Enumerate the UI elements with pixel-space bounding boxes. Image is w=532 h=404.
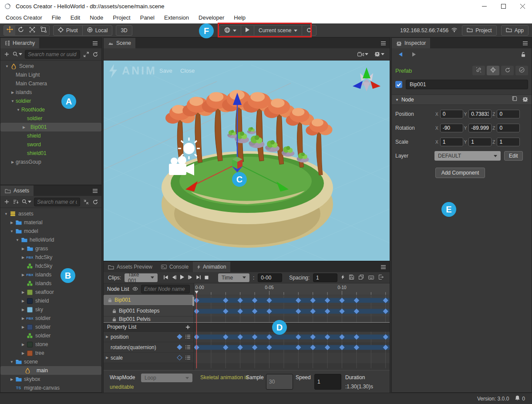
hierarchy-item-shield01[interactable]: shield01 <box>0 149 101 158</box>
notifications-bell-icon[interactable] <box>515 395 520 402</box>
section-collapse-arrow[interactable]: ▼ <box>395 98 399 102</box>
node-help-book-icon[interactable] <box>512 96 517 103</box>
tree-arrow-icon[interactable]: ▶ <box>20 325 26 329</box>
wrapmode-select[interactable]: Loop <box>141 374 192 382</box>
anim-save-button[interactable]: Save <box>159 67 172 74</box>
hierarchy-item-sword[interactable]: sword <box>0 140 101 149</box>
pivot-button[interactable]: Pivot <box>54 25 82 36</box>
layer-edit-button[interactable]: Edit <box>504 151 523 161</box>
node-section-header[interactable]: ▼ Node <box>392 94 532 105</box>
inspector-back-icon[interactable] <box>397 50 404 59</box>
assets-sort-icon[interactable] <box>13 198 19 206</box>
assets-item-sky[interactable]: ▶sky <box>0 305 101 314</box>
time-mode-select[interactable]: Time <box>218 273 249 282</box>
position-x-input[interactable] <box>440 110 463 118</box>
tree-arrow-icon[interactable]: ▶ <box>21 125 27 129</box>
minimize-button[interactable] <box>475 0 494 12</box>
rotation-y-input[interactable] <box>468 124 492 132</box>
tab-assets-preview[interactable]: Assets Preview <box>104 262 157 272</box>
tree-arrow-icon[interactable]: ▶ <box>20 316 26 320</box>
keyframe-diamond-icon[interactable] <box>177 355 182 360</box>
assets-item-stone[interactable]: ▶stone <box>0 340 101 349</box>
hierarchy-search-input[interactable] <box>25 50 80 59</box>
tab-hierarchy[interactable]: Hierarchy <box>0 38 39 48</box>
hierarchy-menu-icon[interactable] <box>88 38 101 48</box>
tree-arrow-icon[interactable]: ▶ <box>20 299 26 303</box>
step-forward-button[interactable] <box>188 275 192 281</box>
hierarchy-item-soldier[interactable]: ▼soldier <box>0 97 101 105</box>
tree-arrow-icon[interactable]: ▶ <box>20 256 26 259</box>
property-list-icon[interactable] <box>185 344 190 350</box>
scale-y-input[interactable] <box>468 138 492 146</box>
assets-item-soldier[interactable]: ▶FBXsoldier <box>0 314 101 323</box>
tree-arrow-icon[interactable]: ▼ <box>14 238 20 242</box>
node-list-scrollbar[interactable] <box>192 296 194 306</box>
tree-arrow-icon[interactable]: ▶ <box>9 221 15 225</box>
hierarchy-search-filter[interactable] <box>13 50 22 59</box>
assets-refresh-icon[interactable] <box>92 198 98 206</box>
menu-extension[interactable]: Extension <box>159 12 194 23</box>
rotate-tool-button[interactable] <box>15 25 27 36</box>
preview-platform-dropdown[interactable] <box>220 25 241 36</box>
menu-project[interactable]: Project <box>108 12 135 23</box>
anim-save-button[interactable] <box>349 275 354 281</box>
position-y-input[interactable] <box>468 110 492 118</box>
property-arrow-icon[interactable]: ▶ <box>104 356 111 360</box>
tree-arrow-icon[interactable]: ▶ <box>20 273 26 277</box>
node-active-checkbox[interactable] <box>395 81 402 88</box>
anim-property-rotation-quaternion-[interactable]: rotation(quaternion) <box>104 342 194 353</box>
tree-arrow-icon[interactable]: ▶ <box>10 91 16 94</box>
assets-item-assets[interactable]: ▼assets <box>0 209 101 218</box>
assets-item-material[interactable]: ▶material <box>0 218 101 227</box>
preview-refresh-button[interactable] <box>302 25 316 36</box>
scene-viewport[interactable]: ANIM Save Close <box>104 61 390 261</box>
anim-property-position[interactable]: ▶position <box>104 332 194 342</box>
anim-property-scale[interactable]: ▶scale <box>104 353 194 363</box>
menu-edit[interactable]: Edit <box>66 12 85 23</box>
menu-help[interactable]: Help <box>229 12 250 23</box>
hierarchy-item-scene[interactable]: ▼Scene <box>0 62 101 71</box>
local-button[interactable]: Local <box>83 25 112 36</box>
scene-camera-dropdown[interactable] <box>357 50 368 59</box>
rotation-z-input[interactable] <box>497 124 520 132</box>
property-arrow-icon[interactable]: ▶ <box>104 335 111 339</box>
move-tool-button[interactable] <box>4 25 15 36</box>
tree-arrow-icon[interactable]: ▼ <box>10 99 16 103</box>
assets-item-hdcsky[interactable]: hdcSky <box>0 262 101 270</box>
tree-arrow-icon[interactable]: ▼ <box>9 360 15 364</box>
hierarchy-refresh-icon[interactable] <box>92 50 98 59</box>
play-button[interactable] <box>180 275 184 281</box>
animation-menu-icon[interactable] <box>377 262 390 272</box>
tab-console[interactable]: Console <box>157 262 193 272</box>
anim-node-bip001-footsteps[interactable]: Bip001 Footsteps <box>104 306 194 316</box>
menu-cocos-creator[interactable]: Cocos Creator <box>1 12 47 23</box>
assets-item-seafloor[interactable]: ▶seafloor <box>0 288 101 296</box>
tree-arrow-icon[interactable]: ▼ <box>4 64 10 68</box>
keyframe-diamond-icon[interactable] <box>177 334 182 340</box>
assets-collapse-icon[interactable] <box>83 198 89 206</box>
layer-select[interactable]: DEFAULT <box>434 151 501 161</box>
prefab-restore-button[interactable] <box>501 66 514 75</box>
scene-gizmo-settings-dropdown[interactable] <box>374 50 384 59</box>
inspector-menu-icon[interactable] <box>519 38 532 48</box>
speed-input[interactable] <box>314 374 341 390</box>
node-search-input[interactable] <box>141 285 190 293</box>
inspector-unlock-icon[interactable] <box>520 50 526 59</box>
close-button[interactable] <box>513 0 532 12</box>
rect-tool-button[interactable] <box>38 25 49 36</box>
skip-start-button[interactable] <box>164 275 168 281</box>
menu-file[interactable]: File <box>47 12 66 23</box>
anim-keyboard-button[interactable] <box>368 275 374 281</box>
anim-node-bip001[interactable]: Bip001 <box>104 295 194 306</box>
tree-arrow-icon[interactable]: ▶ <box>9 377 15 381</box>
stop-button[interactable] <box>205 275 209 281</box>
keyframe-diamond-icon[interactable] <box>177 344 182 350</box>
scene-menu-icon[interactable] <box>377 38 390 48</box>
property-list-icon[interactable] <box>185 334 190 340</box>
hierarchy-item-main-camera[interactable]: Main Camera <box>0 79 101 88</box>
tab-scene[interactable]: Scene <box>104 38 135 48</box>
tree-arrow-icon[interactable]: ▼ <box>15 108 21 112</box>
assets-item-islands[interactable]: ▶FBXislands <box>0 270 101 279</box>
open-app-button[interactable]: App <box>502 25 528 36</box>
spacing-input[interactable] <box>313 273 337 282</box>
